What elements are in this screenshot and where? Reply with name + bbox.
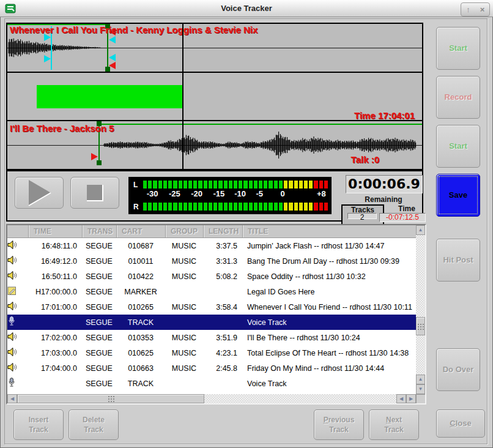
hit-post-label: Hit Post [443,255,473,266]
thumb-grip [417,323,424,330]
previous-track-label-line2: Track [329,425,348,435]
vu-right-bar [143,203,328,211]
fade-marker-handle-bottom[interactable] [44,55,51,62]
column-header-icon[interactable] [7,225,28,237]
insert-track-label-line2: Track [29,425,48,435]
scroll-right-button[interactable]: ▶ [406,394,416,403]
microphone-icon [7,316,16,326]
maximize-icon[interactable]: ↑ [461,3,475,16]
start-marker-arrow[interactable] [91,153,98,160]
remaining-tracks-value: 2 [347,213,377,219]
start-previous-label: Start [449,43,467,54]
table-row[interactable]: 17:01:00.0SEGUE 010265MUSIC 3:58.4Whenev… [7,299,416,315]
next-track-label-line2: Track [384,425,403,435]
previous-track-button[interactable]: Previous Track [314,409,364,440]
previous-track-title: Whenever I Call You Friend - Kenny Loggi… [10,24,258,35]
close-window-icon[interactable]: × [475,3,489,16]
speaker-icon [7,240,17,250]
table-row[interactable]: SEGUE TRACK Voice Track [7,376,416,391]
play-button[interactable] [15,177,64,209]
scroll-up-button-2[interactable]: ▲ [416,375,425,384]
marker-handle-square-bottom[interactable] [97,160,102,165]
scroll-down-button[interactable]: ▼ [416,384,425,394]
speaker-icon [7,271,17,280]
table-row[interactable]: 16:49:12.0SEGUE 010011MUSIC 3:31.3Bang T… [7,253,416,269]
voice-track-block[interactable] [37,85,183,108]
track-lane-next[interactable]: I'll Be There - Jackson 5 Talk :0 [7,121,422,169]
speaker-icon [7,301,17,311]
next-track-button[interactable]: Next Track [369,409,419,440]
stop-icon [84,182,105,203]
speaker-icon [7,332,17,342]
track-lane-previous[interactable]: Whenever I Call You Friend - Kenny Loggi… [7,24,422,73]
thumb-grip [108,395,114,402]
table-row[interactable]: 16:48:11.0SEGUE 010687MUSIC 3:37.5Jumpin… [7,238,416,253]
table-row[interactable]: H17:00:00.0SEGUE MARKER Legal ID Goes He… [7,284,416,299]
remaining-time-label: Time [388,204,426,213]
scrollbar-corner [416,394,425,403]
table-row[interactable]: 16:50:11.0SEGUE 010422MUSIC 5:08.2Space … [7,269,416,284]
window-controls: ↑ × [461,2,490,17]
hit-post-button[interactable]: Hit Post [436,239,480,282]
titlebar: Voice Tracker ↑ × [0,0,493,17]
column-header-TITLE[interactable]: TITLE [242,225,416,237]
vu-left-label: L [133,181,143,189]
play-icon [26,179,53,207]
start-next-button[interactable]: Start [436,125,480,168]
scroll-left-button-2[interactable]: ◀ [396,394,406,403]
scroll-up-button[interactable]: ▲ [416,225,425,235]
microphone-icon [7,378,16,387]
fade-arrow-bottom[interactable] [109,54,116,61]
vu-meter: L -30-25-20-15-10-50+8 R [128,177,332,214]
vu-right-label: R [133,203,143,211]
next-track-label-line1: Next [386,415,402,425]
next-track-title: I'll Be There - Jackson 5 [10,123,114,133]
log-table: TIMETRANSCARTGROUPLENGTHTITLE 16:48:11.0… [6,224,426,405]
column-header-GROUP[interactable]: GROUP [165,225,203,237]
insert-track-button[interactable]: Insert Track [13,409,64,440]
save-label: Save [449,190,467,201]
remaining-time-value: -0:07:12.5 [379,213,426,222]
table-row[interactable]: SEGUE TRACK Voice Track [7,315,416,330]
column-header-TRANS[interactable]: TRANS [82,225,116,237]
vertical-scrollbar[interactable]: ▲ ▲ ▼ [416,225,425,394]
transport-bar: L -30-25-20-15-10-50+8 R 0:00:06.9 Remai… [6,170,423,222]
stop-button[interactable] [70,177,119,209]
vu-left-bar [143,181,328,189]
window-title: Voice Tracker [0,0,493,17]
do-over-button[interactable]: Do Over [436,348,480,391]
column-header-TIME[interactable]: TIME [28,225,82,237]
delete-track-label-line2: Track [84,425,103,435]
playback-cursor [182,24,183,169]
delete-track-button[interactable]: Delete Track [69,409,119,440]
voice-tracker-window: Voice Tracker ↑ × Whenever I Call You Fr… [0,0,493,448]
table-row[interactable]: 17:04:00.0SEGUE 010663MUSIC 2:45.8Friday… [7,360,416,376]
track-editor: Whenever I Call You Friend - Kenny Loggi… [6,23,423,170]
horizontal-scroll-thumb[interactable] [17,394,204,403]
vu-scale: -30-25-20-15-10-50+8 [143,189,328,200]
table-row[interactable]: 17:02:00.0SEGUE 010353MUSIC 3:51.9I'll B… [7,330,416,345]
remaining-label: Remaining [346,195,421,204]
vertical-scroll-thumb[interactable] [416,317,425,335]
marker-note-icon [7,286,17,296]
scroll-left-button[interactable]: ◀ [7,394,17,403]
record-label: Record [445,92,472,103]
insert-track-label-line1: Insert [29,415,49,425]
previous-track-label-line1: Previous [324,415,355,425]
do-over-label: Do Over [443,364,474,375]
start-previous-button[interactable]: Start [436,27,480,70]
horizontal-scrollbar[interactable]: ◀ ◀ ▶ [7,394,416,403]
column-header-CART[interactable]: CART [116,225,165,237]
table-row[interactable]: 17:03:00.0SEGUE 010625MUSIC 4:23.1Total … [7,345,416,360]
start-marker-arrow-bottom[interactable] [109,62,116,69]
fade-arrow-top[interactable] [109,36,116,43]
segue-overlap-line [99,124,422,125]
column-header-LENGTH[interactable]: LENGTH [203,225,242,237]
table-body: 16:48:11.0SEGUE 010687MUSIC 3:37.5Jumpin… [7,238,416,394]
speaker-icon [7,362,17,372]
close-button[interactable]: Close [436,409,485,438]
save-button[interactable]: Save [436,174,480,217]
scheduled-time-label: Time 17:04:01 [354,110,415,121]
record-button[interactable]: Record [436,76,480,119]
talk-time-label: Talk :0 [351,154,379,165]
